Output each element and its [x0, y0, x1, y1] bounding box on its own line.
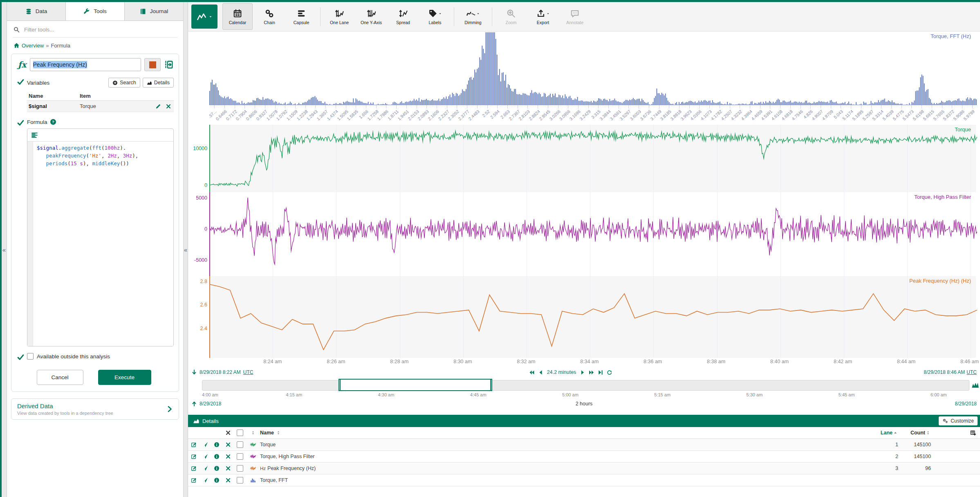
step-forward-icon[interactable]	[580, 370, 585, 375]
investigate-start-icon[interactable]	[191, 401, 197, 407]
sort-asc-icon[interactable]	[893, 430, 898, 436]
capsule-button[interactable]: Capsule	[286, 3, 316, 30]
calendar-button[interactable]: Calendar	[222, 3, 253, 30]
refresh-icon[interactable]	[607, 370, 612, 375]
timezone-link[interactable]: UTC	[967, 369, 977, 375]
range-selector-track[interactable]	[202, 380, 969, 391]
sort-icon[interactable]	[276, 430, 281, 436]
info-icon[interactable]	[214, 477, 220, 483]
high-pass-y-axis[interactable]: 50000-5000	[188, 192, 209, 276]
home-icon[interactable]	[13, 43, 20, 49]
range-start-icon[interactable]	[191, 369, 197, 375]
panel-right-icon[interactable]	[164, 60, 174, 70]
details-row[interactable]: Torque, FFT	[188, 475, 980, 486]
torque-y-axis[interactable]: 100000	[188, 125, 209, 192]
sidebar-collapse-handle[interactable]: «	[183, 2, 188, 497]
export-button[interactable]: Export	[528, 3, 558, 30]
search-button[interactable]: Search	[108, 78, 140, 88]
torque-series-label[interactable]: Torque	[955, 126, 971, 133]
row-checkbox[interactable]	[237, 465, 243, 472]
one-y-axis-button[interactable]: One Y-Axis	[356, 3, 386, 30]
execute-button[interactable]: Execute	[98, 370, 151, 385]
edit-variable-icon[interactable]	[155, 103, 161, 109]
selection-left-handle[interactable]	[339, 379, 341, 391]
torque-plot[interactable]: Torque	[209, 125, 976, 192]
x-icon[interactable]	[225, 454, 231, 459]
item-name[interactable]: Torque	[260, 442, 276, 448]
selection-right-handle[interactable]	[490, 379, 492, 391]
step-to-end-icon[interactable]	[598, 370, 603, 375]
investigate-end-date[interactable]: 8/29/2018	[955, 401, 977, 407]
breadcrumb-overview-link[interactable]: Overview	[22, 43, 44, 49]
x-icon[interactable]	[225, 442, 231, 448]
tab-journal[interactable]: Journal	[125, 2, 183, 20]
display-range-end[interactable]: 8/29/2018 8:46 AM	[924, 369, 965, 375]
lane-column-header[interactable]: Lane	[881, 430, 893, 436]
one-lane-button[interactable]: One Lane	[324, 3, 354, 30]
name-column-header[interactable]: Name	[260, 430, 274, 436]
fft-plot[interactable]: Torque, FFT (Hz)	[209, 31, 976, 105]
step-back-fast-icon[interactable]	[529, 370, 534, 375]
derived-data-card[interactable]: Derived Data View data created by tools …	[11, 398, 179, 420]
fft-y-axis[interactable]	[188, 31, 209, 105]
details-row[interactable]: Torque, High Pass Filter2145100	[188, 451, 980, 463]
range-selection[interactable]	[339, 379, 491, 391]
edit-square-icon[interactable]	[191, 477, 197, 483]
filter-tools-input[interactable]	[23, 26, 148, 33]
tab-data[interactable]: Data	[7, 2, 66, 20]
plane-icon[interactable]	[202, 454, 208, 459]
table-plus-icon[interactable]	[970, 430, 976, 436]
spread-button[interactable]: Spread	[388, 3, 418, 30]
info-icon[interactable]	[214, 466, 220, 471]
item-name-input[interactable]: Peak Frequency (Hz)	[30, 58, 141, 71]
plane-icon[interactable]	[202, 466, 208, 471]
select-all-checkbox[interactable]	[237, 430, 243, 436]
investigate-duration[interactable]: 2 hours	[576, 401, 593, 407]
details-row[interactable]: Torque1145100	[188, 439, 980, 451]
item-name[interactable]: Torque, High Pass Filter	[260, 454, 314, 459]
sort-icon[interactable]	[250, 430, 256, 436]
step-forward-fast-icon[interactable]	[589, 370, 594, 375]
color-picker-button[interactable]	[144, 58, 161, 71]
labels-button[interactable]: Labels	[420, 3, 450, 30]
row-checkbox[interactable]	[237, 453, 243, 460]
left-collapse-handle[interactable]: «	[0, 2, 7, 497]
edit-square-icon[interactable]	[191, 466, 197, 471]
count-column-header[interactable]: Count	[910, 430, 925, 436]
item-name[interactable]: Peak Frequency (Hz)	[267, 466, 316, 471]
peak-frequency-plot[interactable]: Peak Frequency (Hz) (Hz)	[209, 276, 976, 358]
help-icon[interactable]: ?	[50, 119, 56, 125]
tab-tools[interactable]: Tools	[66, 2, 125, 20]
row-checkbox[interactable]	[237, 477, 243, 484]
plane-icon[interactable]	[202, 442, 208, 448]
sort-icon[interactable]	[925, 430, 931, 436]
view-mode-button[interactable]	[191, 4, 218, 29]
edit-square-icon[interactable]	[191, 454, 197, 459]
display-range-duration[interactable]: 24.2 minutes	[547, 369, 576, 375]
high-pass-series-label[interactable]: Torque, High Pass Filter	[914, 194, 971, 200]
plane-icon[interactable]	[202, 477, 208, 483]
formula-code-area[interactable]: $signal.aggregate(fft(100hz). peakFreque…	[27, 142, 173, 346]
item-name[interactable]: Torque, FFT	[260, 477, 288, 483]
fft-x-axis[interactable]: 0.57...0.64660.71720.79040.86060.93271.0…	[209, 105, 976, 125]
available-checkbox[interactable]	[27, 353, 34, 360]
auto-update-icon[interactable]	[971, 381, 979, 389]
formula-list-icon[interactable]	[31, 132, 38, 139]
remove-variable-icon[interactable]	[166, 103, 171, 109]
edit-square-icon[interactable]	[191, 442, 197, 448]
fft-series-label[interactable]: Torque, FFT (Hz)	[931, 33, 971, 39]
peak-frequency-y-axis[interactable]: 2.82.62.4	[188, 276, 209, 358]
chain-button[interactable]: Chain	[254, 3, 285, 30]
time-axis[interactable]: 8:24 am8:26 am8:28 am8:30 am8:32 am8:34 …	[209, 358, 976, 367]
investigate-start-date[interactable]: 8/29/2018	[200, 401, 221, 407]
x-icon[interactable]	[225, 477, 231, 483]
cancel-button[interactable]: Cancel	[37, 370, 83, 385]
peak-frequency-series-label[interactable]: Peak Frequency (Hz) (Hz)	[909, 278, 971, 284]
customize-button[interactable]: Customize	[939, 416, 978, 425]
display-range-start[interactable]: 8/29/2018 8:22 AM	[200, 369, 241, 375]
info-icon[interactable]	[214, 442, 220, 448]
x-icon[interactable]	[225, 430, 231, 436]
info-icon[interactable]	[214, 454, 220, 459]
row-checkbox[interactable]	[237, 441, 243, 448]
high-pass-plot[interactable]: Torque, High Pass Filter	[209, 192, 976, 276]
